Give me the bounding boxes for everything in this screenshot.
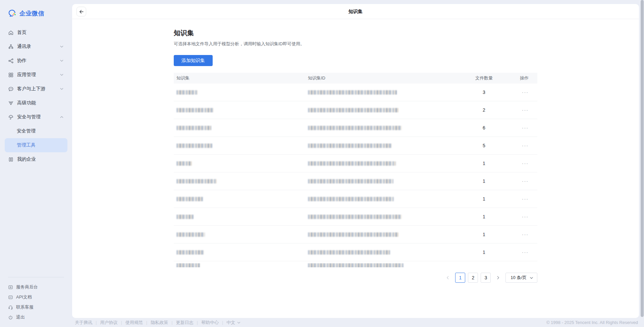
footer-separator: | — [222, 320, 223, 325]
table-header: 知识集 知识集ID 文件数量 操作 — [174, 73, 537, 84]
col-header-filecount: 文件数量 — [466, 75, 502, 81]
more-actions-button[interactable]: ··· — [522, 107, 529, 113]
file-count: 6 — [466, 125, 502, 130]
redacted-name — [176, 263, 200, 267]
sidebar-item-label: 我的企业 — [17, 156, 36, 162]
more-actions-button[interactable]: ··· — [522, 196, 529, 202]
redacted-name — [176, 144, 212, 148]
more-actions-button[interactable]: ··· — [522, 161, 529, 166]
chevron-left-icon — [445, 275, 450, 280]
footer-separator: | — [171, 320, 172, 325]
file-count: 1 — [466, 196, 502, 202]
chevron-up-icon — [59, 115, 64, 119]
footer-link[interactable]: 隐私政策 — [151, 320, 168, 326]
page-size-select[interactable]: 10 条/页 — [505, 273, 537, 283]
redacted-name — [176, 197, 203, 201]
apps-icon — [8, 72, 14, 78]
chevron-down-icon — [59, 58, 64, 63]
sidebar-footer-item[interactable]: API API文档 — [0, 292, 72, 302]
sidebar-item-label: 通讯录 — [17, 44, 31, 50]
footer-separator: | — [121, 320, 122, 325]
chevron-down-icon — [59, 72, 64, 77]
sidebar: 企业微信 首页 通讯录 协作 应用管理 — [0, 0, 72, 327]
page-description: 可选择本地文件导入用于模型分析，调用时输入知识集ID即可使用。 — [174, 41, 537, 47]
more-actions-button[interactable]: ··· — [522, 232, 529, 237]
footer-separator: | — [146, 320, 147, 325]
redacted-name — [176, 161, 192, 166]
language-selector[interactable]: 中文 — [226, 320, 241, 326]
sidebar-item[interactable]: 协作 — [0, 54, 72, 68]
redacted-name — [176, 232, 205, 237]
table-row: 5 ··· — [174, 137, 537, 155]
redacted-name — [176, 90, 198, 95]
footer-link[interactable]: 更新日志 — [176, 320, 194, 326]
card-header: 知识集 — [72, 4, 639, 19]
sidebar-item[interactable]: 通讯录 — [0, 40, 72, 54]
sidebar-item[interactable]: 我的企业 — [0, 152, 72, 166]
page-number-button[interactable]: 1 — [455, 273, 465, 283]
more-actions-button[interactable]: ··· — [522, 90, 529, 95]
file-count: 1 — [466, 250, 502, 255]
sidebar-footer-item[interactable]: 服务商后台 — [0, 282, 72, 292]
redacted-id — [308, 161, 396, 166]
page-number-button[interactable]: 2 — [468, 273, 478, 283]
sidebar-item[interactable]: 安全管理 — [0, 124, 72, 138]
redacted-id — [308, 232, 398, 237]
collab-icon — [8, 58, 14, 64]
wecom-logo[interactable]: 企业微信 — [7, 9, 72, 18]
more-actions-button[interactable]: ··· — [522, 125, 529, 130]
chevron-down-icon — [529, 276, 534, 280]
prev-page-button[interactable] — [443, 273, 452, 283]
next-page-button[interactable] — [493, 273, 503, 283]
sidebar-footer-label: 联系客服 — [16, 304, 34, 310]
footer-separator: | — [197, 320, 198, 325]
footer-link[interactable]: 用户协议 — [100, 320, 117, 326]
sidebar-item-label: 高级功能 — [17, 100, 36, 106]
table-row: 1 ··· — [174, 190, 537, 208]
footer-link[interactable]: 关于腾讯 — [75, 320, 92, 326]
scrollbar-thumb[interactable] — [641, 0, 644, 317]
sidebar-item-label: 客户与上下游 — [17, 86, 45, 92]
chevron-right-icon — [496, 275, 500, 280]
provider-icon — [8, 285, 13, 290]
redacted-id — [308, 144, 392, 148]
more-actions-button[interactable]: ··· — [522, 250, 529, 255]
table-row: 3 ··· — [174, 84, 537, 101]
footer-link[interactable]: 帮助中心 — [201, 320, 219, 326]
page-title: 知识集 — [174, 29, 537, 38]
sidebar-item[interactable]: 首页 — [0, 25, 72, 40]
sidebar-divider — [8, 277, 64, 277]
more-actions-button[interactable]: ··· — [522, 143, 529, 148]
copyright: © 1998 - 2025 Tencent Inc. All Rights Re… — [546, 320, 638, 325]
sidebar-item-label: 协作 — [17, 58, 26, 64]
page-number-button[interactable]: 3 — [481, 273, 491, 283]
advanced-icon — [8, 100, 14, 106]
redacted-name — [176, 126, 211, 130]
sidebar-item[interactable]: 客户与上下游 — [0, 82, 72, 96]
content: 知识集 可选择本地文件导入用于模型分析，调用时输入知识集ID即可使用。 添加知识… — [174, 19, 537, 296]
sidebar-item[interactable]: 高级功能 — [0, 96, 72, 110]
footer-link[interactable]: 使用规范 — [125, 320, 143, 326]
file-count: 1 — [466, 214, 502, 219]
sidebar-item[interactable]: 应用管理 — [0, 68, 72, 82]
table-row: 1 ··· — [174, 155, 537, 172]
sidebar-footer-item[interactable]: 联系客服 — [0, 302, 72, 312]
table-row: 1 ··· — [174, 243, 537, 261]
more-actions-button[interactable]: ··· — [522, 178, 529, 184]
sidebar-footer-item[interactable]: 退出 — [0, 312, 72, 322]
sidebar-item[interactable]: 管理工具 — [5, 138, 67, 152]
header-title: 知识集 — [72, 4, 639, 19]
sidebar-item[interactable]: 安全与管理 — [0, 110, 72, 124]
redacted-id — [308, 250, 390, 255]
more-actions-button[interactable]: ··· — [522, 214, 529, 219]
add-knowledge-set-button[interactable]: 添加知识集 — [174, 55, 213, 66]
table-row: 1 ··· — [174, 208, 537, 226]
redacted-id — [308, 215, 402, 219]
contacts-icon — [8, 44, 14, 50]
chevron-down-icon — [59, 44, 64, 49]
sidebar-footer-label: API文档 — [16, 294, 32, 300]
support-icon — [8, 305, 13, 310]
table-row: 1 ··· — [174, 226, 537, 243]
chevron-down-icon — [59, 87, 64, 91]
footer: 关于腾讯 | 用户协议 | 使用规范 | 隐私政策 | — [72, 318, 639, 327]
